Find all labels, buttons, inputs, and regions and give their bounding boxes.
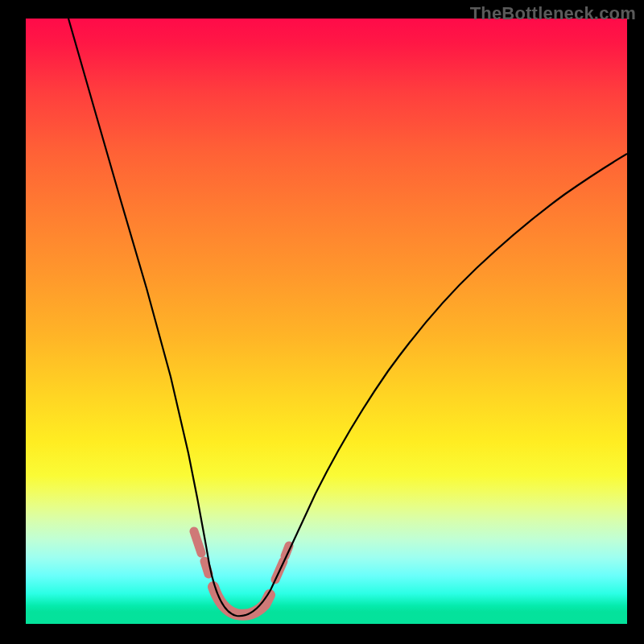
curve-line xyxy=(68,19,627,616)
highlight-left-entry-2 xyxy=(204,561,208,574)
chart-frame: TheBottleneck.com xyxy=(0,0,644,644)
watermark-text: TheBottleneck.com xyxy=(470,3,636,24)
bottleneck-curve xyxy=(26,19,627,624)
highlight-valley xyxy=(213,587,270,615)
plot-area xyxy=(26,19,627,624)
highlight-left-entry xyxy=(194,531,201,553)
